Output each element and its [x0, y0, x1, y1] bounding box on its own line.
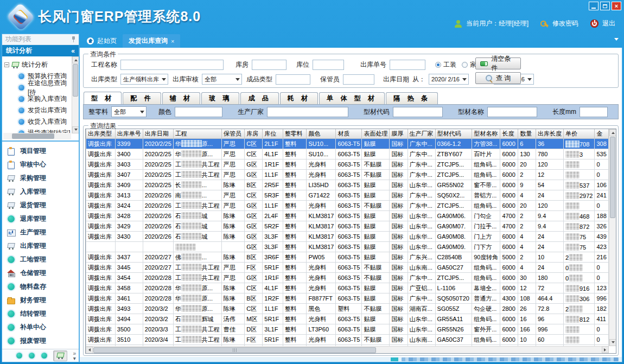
cell[interactable]: 门下方 — [472, 242, 500, 252]
overflow-chevron-icon[interactable]: »▾ — [73, 351, 76, 361]
cell[interactable]: 陈琳 — [221, 232, 244, 242]
cell[interactable]: 陈琳 — [221, 283, 244, 293]
table-row[interactable]: 调拨出库34942020/3/2石辉城汤伟M区5R1F整料光身料6063-T5贴… — [86, 314, 609, 324]
cell[interactable] — [563, 170, 594, 180]
cell[interactable]: 3458 — [115, 283, 143, 293]
cell[interactable]: 6 — [518, 139, 536, 149]
cell[interactable]: 华原... — [173, 293, 221, 304]
cell[interactable]: 6000 — [500, 273, 518, 283]
cell[interactable]: 3445 — [115, 263, 143, 273]
cell[interactable]: 长... — [173, 180, 221, 190]
cell[interactable]: 方管38... — [472, 139, 500, 149]
material-tab[interactable]: 单 体 型 材 — [319, 92, 385, 104]
cell[interactable]: 广东中... — [407, 201, 435, 211]
cell[interactable]: 贴膜 — [362, 283, 390, 293]
column-header[interactable]: 出库类型 — [86, 129, 116, 139]
cell[interactable]: 调拨出库 — [86, 159, 116, 170]
cell[interactable]: 3493 — [115, 304, 143, 314]
cell[interactable]: 国标 — [390, 211, 407, 221]
cell[interactable]: G区 — [245, 170, 263, 180]
table-row[interactable]: 调拨出库34092020/2/25长...陈琳B区2R5F整料LI35HD606… — [86, 180, 609, 190]
cell[interactable]: 166 — [518, 324, 536, 335]
cell[interactable]: 光身料 — [307, 170, 336, 180]
cell[interactable]: 调拨出库 — [86, 263, 116, 273]
cell[interactable]: 工共工程 — [173, 273, 221, 283]
cell[interactable]: 国标 — [390, 221, 407, 232]
cell[interactable]: 10 — [518, 335, 536, 345]
cell[interactable]: 光身料 — [307, 159, 336, 170]
table-vertical-scrollbar[interactable] — [609, 129, 616, 346]
cell[interactable] — [563, 159, 594, 170]
cell[interactable] — [563, 201, 594, 211]
cell[interactable]: 6000 — [500, 242, 518, 252]
cell[interactable]: 20 — [518, 201, 536, 211]
cell[interactable]: 2L4F — [263, 211, 283, 221]
scroll-up-button[interactable] — [609, 129, 616, 136]
cell[interactable]: 108 — [518, 293, 536, 304]
cell[interactable]: 整料 — [283, 232, 307, 242]
table-row[interactable]: 调拨出库34292020/2/26石城陈琳G区5R2F整料KLM38176063… — [86, 221, 609, 232]
cell[interactable] — [115, 242, 143, 252]
cell[interactable]: 工共工程 — [173, 324, 221, 335]
cell[interactable]: G区 — [245, 159, 263, 170]
cell[interactable]: 工共工程 — [173, 201, 221, 211]
cell[interactable]: 6000 — [500, 283, 518, 293]
cell[interactable]: 整料 — [283, 273, 307, 283]
cell[interactable]: 2 — [563, 304, 594, 314]
cell[interactable]: 2 — [518, 211, 536, 221]
cell[interactable]: 不贴膜 — [362, 263, 390, 273]
cell[interactable]: 整料 — [283, 324, 307, 335]
cell[interactable]: 调拨出库 — [86, 293, 116, 304]
cell[interactable]: 2020/2/26 — [143, 232, 173, 242]
table-row[interactable]: 调拨出库34612020/2/28华原...陈琳B区1R2F整料F8877FT6… — [86, 293, 609, 304]
cell[interactable]: 国标 — [390, 263, 407, 273]
cell[interactable]: 塑料 — [336, 304, 362, 314]
cell[interactable]: GA90M08. — [435, 232, 472, 242]
cell[interactable]: 0 — [563, 263, 594, 273]
cell[interactable]: 百叶片 — [472, 149, 500, 159]
cell[interactable]: SU10... — [307, 149, 336, 159]
cell[interactable]: 整料 — [283, 263, 307, 273]
cell[interactable]: G区 — [245, 211, 263, 221]
column-header[interactable]: 工程 — [173, 129, 221, 139]
cell[interactable]: 陈琳 — [221, 304, 244, 314]
keeper-input[interactable] — [343, 74, 374, 85]
cell[interactable]: 山东华... — [407, 314, 435, 324]
cell[interactable]: 4700 — [500, 211, 518, 221]
cell[interactable]: 10 — [536, 252, 563, 263]
cell[interactable]: 贴膜 — [362, 232, 390, 242]
outbound-audit-select[interactable]: 全部 — [202, 74, 242, 85]
cell[interactable]: 6063-T5 — [336, 190, 362, 201]
cell[interactable]: 不贴膜 — [362, 201, 390, 211]
cell[interactable]: 黑色 — [307, 304, 336, 314]
cell[interactable]: 90度转角 — [472, 252, 500, 263]
cell[interactable] — [86, 242, 116, 252]
cell[interactable]: ZTBY607 — [435, 149, 472, 159]
cell[interactable]: 0 — [595, 263, 609, 273]
cell[interactable]: 182 — [595, 304, 609, 314]
cell[interactable]: 陈琳 — [221, 180, 244, 190]
cell[interactable]: 华原... — [173, 304, 221, 314]
sidebar-item[interactable]: 退货管理 — [2, 199, 79, 212]
column-header[interactable]: 表面处理 — [362, 129, 390, 139]
scroll-thumb[interactable] — [73, 64, 78, 97]
cell[interactable]: 门拉手... — [472, 221, 500, 232]
cell[interactable]: 门勾企 — [472, 211, 500, 221]
cell[interactable]: 464.4 — [536, 293, 563, 304]
outbound-type-select[interactable]: 生产领料出库 — [120, 74, 168, 85]
cell[interactable]: 国标 — [390, 293, 407, 304]
cell[interactable]: 3407 — [115, 170, 143, 180]
table-row[interactable]: 调拨出库35002020/3/3工共工程曹佳D区3L1F整料LT3P606063… — [86, 324, 609, 335]
table-row[interactable]: 调拨出库34032020/2/25工共工程严思G区1R1F整料光身料6063-T… — [86, 159, 609, 170]
cell[interactable]: 幕墙全... — [472, 283, 500, 293]
cell[interactable]: C区 — [245, 283, 263, 293]
cell[interactable]: 门上方 — [472, 232, 500, 242]
cell[interactable]: 411 — [595, 314, 609, 324]
sidebar-item[interactable]: 审核中心 — [2, 158, 79, 171]
cell[interactable]: 国标 — [390, 273, 407, 283]
cell[interactable]: 整料 — [283, 242, 307, 252]
cell[interactable]: 308 — [595, 139, 609, 149]
sidebar-item[interactable]: 财务管理 — [2, 293, 79, 307]
column-header[interactable]: 出库长度 — [536, 129, 563, 139]
cell[interactable]: 2020/2/25 — [143, 139, 173, 149]
